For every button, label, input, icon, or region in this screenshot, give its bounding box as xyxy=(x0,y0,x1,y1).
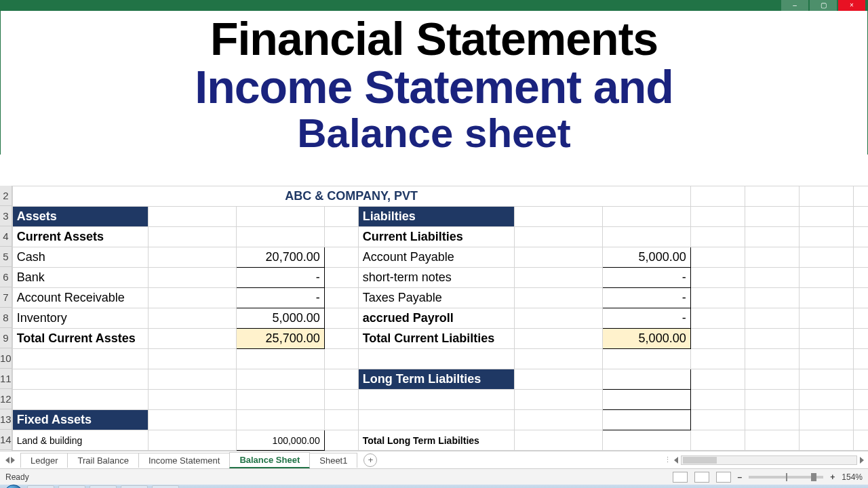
title-line-2: Income Statement and xyxy=(1,63,867,111)
current-assets-label[interactable]: Current Assets xyxy=(12,227,148,247)
add-sheet-button[interactable]: + xyxy=(363,453,377,467)
view-page-break-button[interactable] xyxy=(716,472,731,483)
liab-item-value[interactable]: - xyxy=(602,288,690,308)
sheet-tab-ledger[interactable]: Ledger xyxy=(20,453,68,468)
row-header[interactable]: 9 xyxy=(0,328,12,348)
windows-taskbar xyxy=(0,485,868,488)
row-header[interactable]: 5 xyxy=(0,247,12,267)
maximize-button[interactable]: ▢ xyxy=(810,0,837,11)
total-current-assets-value[interactable]: 25,700.00 xyxy=(236,329,324,349)
long-term-liab-header[interactable]: Long Term Liabilties xyxy=(358,369,514,390)
asset-item-value[interactable]: - xyxy=(236,268,324,288)
row-header[interactable]: 14 xyxy=(0,430,12,450)
row-header[interactable]: 7 xyxy=(0,287,12,308)
liab-item-label[interactable]: accrued Payroll xyxy=(358,308,514,329)
row-header[interactable]: 10 xyxy=(0,348,12,369)
asset-item-label[interactable]: Bank xyxy=(12,268,148,288)
row-header[interactable]: 6 xyxy=(0,267,12,287)
liab-item-value[interactable]: - xyxy=(602,268,690,288)
sheet-tab-trail-balance[interactable]: Trail Balance xyxy=(67,453,138,468)
title-line-1: Financial Statements xyxy=(1,11,867,63)
taskbar-app[interactable] xyxy=(90,485,117,488)
sheet-tab-balance-sheet[interactable]: Balance Sheet xyxy=(229,452,310,468)
view-page-layout-button[interactable] xyxy=(694,472,709,483)
close-button[interactable]: × xyxy=(838,0,865,11)
asset-item-label[interactable]: Inventory xyxy=(12,308,148,329)
status-ready: Ready xyxy=(5,472,29,482)
liab-item-label[interactable]: short-term notes xyxy=(358,268,514,288)
zoom-in-button[interactable]: + xyxy=(830,472,835,482)
hscroll-left-icon[interactable] xyxy=(674,457,678,464)
fixed-asset-item-value[interactable]: 100,000.00 xyxy=(236,430,324,451)
asset-item-label[interactable]: Account Receivable xyxy=(12,288,148,308)
view-normal-button[interactable] xyxy=(673,472,688,483)
sheet-tab-strip: Ledger Trail Balance Income Statement Ba… xyxy=(0,451,868,468)
asset-item-value[interactable]: - xyxy=(236,288,324,308)
total-lt-liab-label[interactable]: Total Long Term Liabilties xyxy=(358,430,514,451)
liab-item-label[interactable]: Taxes Payable xyxy=(358,288,514,308)
row-header[interactable]: 4 xyxy=(0,226,12,247)
taskbar-app[interactable] xyxy=(152,485,179,488)
taskbar-app[interactable] xyxy=(121,485,148,488)
assets-header[interactable]: Assets xyxy=(12,207,148,227)
row-header[interactable]: 8 xyxy=(0,308,12,328)
taskbar-app[interactable] xyxy=(58,485,85,488)
row-header[interactable]: 13 xyxy=(0,409,12,430)
asset-item-value[interactable]: 5,000.00 xyxy=(236,308,324,329)
current-liabilities-label[interactable]: Current Liabilties xyxy=(358,227,514,247)
minimize-button[interactable]: – xyxy=(781,0,808,11)
asset-item-label[interactable]: Cash xyxy=(12,247,148,268)
fixed-assets-header[interactable]: Fixed Assets xyxy=(12,410,148,430)
start-button[interactable] xyxy=(4,485,23,488)
sheet-tab-income-statement[interactable]: Income Statement xyxy=(138,453,231,468)
total-current-liab-label[interactable]: Total Current Liabilties xyxy=(358,329,514,349)
total-current-liab-value[interactable]: 5,000.00 xyxy=(602,329,690,349)
hscroll-right-icon[interactable] xyxy=(860,457,864,464)
lt-liab-value[interactable] xyxy=(602,410,690,430)
zoom-out-button[interactable]: – xyxy=(738,472,743,482)
row-header[interactable]: 2 xyxy=(0,186,12,206)
horizontal-scrollbar[interactable] xyxy=(681,455,857,465)
status-bar: Ready – + 154% xyxy=(0,468,868,485)
tab-nav-prev-icon[interactable] xyxy=(5,457,9,464)
title-line-3: Balance sheet xyxy=(1,112,867,155)
liab-item-value[interactable]: 5,000.00 xyxy=(602,247,690,268)
liab-item-label[interactable]: Account Payable xyxy=(358,247,514,268)
lt-liab-value[interactable] xyxy=(602,390,690,410)
slide-title-overlay: Financial Statements Income Statement an… xyxy=(0,11,868,155)
row-header[interactable]: 11 xyxy=(0,369,12,389)
spreadsheet-grid[interactable]: ABC & COMPANY, PVT Assets Liabilties Cur… xyxy=(12,186,868,451)
zoom-level[interactable]: 154% xyxy=(842,472,863,482)
tab-nav-next-icon[interactable] xyxy=(11,457,15,464)
zoom-slider[interactable] xyxy=(749,476,823,479)
tab-divider-icon: ⋮ xyxy=(664,455,671,464)
total-current-assets-label[interactable]: Total Current Asstes xyxy=(12,329,148,349)
lt-liab-value[interactable] xyxy=(602,369,690,390)
taskbar-app[interactable] xyxy=(27,485,54,488)
liab-item-value[interactable]: - xyxy=(602,308,690,329)
liabilities-header[interactable]: Liabilties xyxy=(358,207,514,227)
sheet-tab-sheet1[interactable]: Sheet1 xyxy=(309,453,357,468)
company-name[interactable]: ABC & COMPANY, PVT xyxy=(12,186,690,207)
fixed-asset-item-label[interactable]: Land & building xyxy=(12,430,148,451)
window-titlebar: – ▢ × xyxy=(0,0,868,11)
row-header[interactable]: 12 xyxy=(0,389,12,409)
row-headers: 2 3 4 5 6 7 8 9 10 11 12 13 14 xyxy=(0,186,12,451)
row-header[interactable]: 3 xyxy=(0,206,12,226)
asset-item-value[interactable]: 20,700.00 xyxy=(236,247,324,268)
